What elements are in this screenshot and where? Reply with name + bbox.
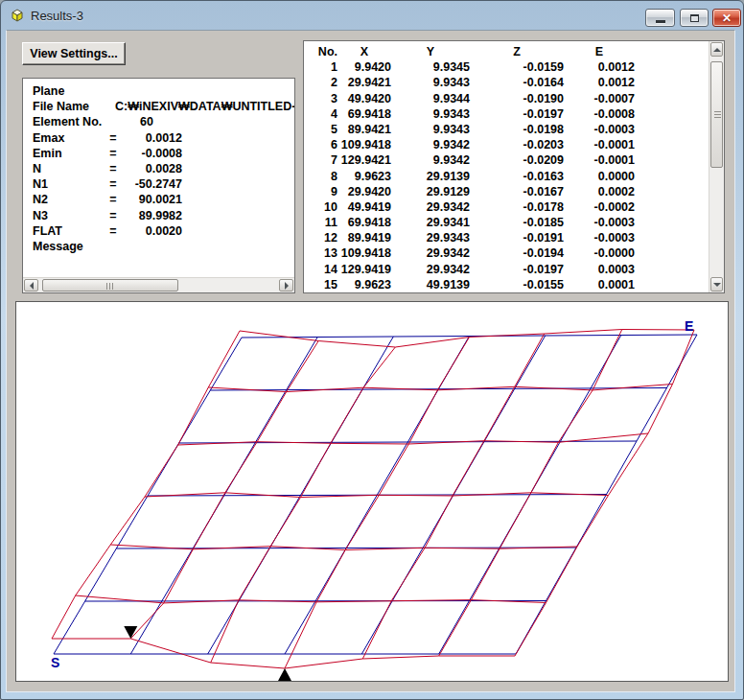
title-bar[interactable]: Results-3 bbox=[1, 1, 743, 30]
table-cell: 9.9344 bbox=[391, 91, 470, 106]
table-cell: 89.9419 bbox=[337, 230, 391, 245]
table-cell: -0.0197 bbox=[470, 106, 564, 122]
stat-line: N1=-50.2747 bbox=[33, 176, 294, 192]
table-row[interactable]: 929.942029.9129-0.01670.0002 bbox=[304, 184, 709, 199]
table-row[interactable]: 1169.941829.9341-0.0185-0.0003 bbox=[304, 215, 709, 230]
table-cell: -0.0198 bbox=[470, 122, 564, 137]
table-cell: -0.0167 bbox=[470, 184, 564, 199]
table-cell: 9.9342 bbox=[391, 137, 470, 152]
table-cell: 0.0000 bbox=[564, 169, 635, 184]
table-cell: -0.0197 bbox=[470, 262, 564, 277]
table-row[interactable]: 13109.941829.9342-0.0194-0.0000 bbox=[304, 245, 709, 261]
column-header: No. bbox=[304, 44, 337, 59]
table-row[interactable]: 14129.941929.9342-0.01970.0003 bbox=[304, 262, 709, 277]
table-cell: 0.0012 bbox=[564, 59, 635, 75]
table-row[interactable]: 349.94209.9344-0.0190-0.0007 bbox=[304, 91, 709, 106]
table-cell: -0.0203 bbox=[470, 137, 564, 152]
file-path-value: C:₩iNEXIV₩DATA₩UNTITLED- bbox=[115, 100, 294, 113]
table-cell: -0.0191 bbox=[470, 230, 564, 245]
table-cell: 6 bbox=[304, 137, 337, 152]
table-cell: 89.9421 bbox=[337, 122, 391, 137]
table-cell: 69.9418 bbox=[337, 215, 391, 230]
scroll-up-button[interactable] bbox=[710, 42, 723, 57]
table-cell: 49.9139 bbox=[391, 277, 470, 292]
scroll-left-button[interactable] bbox=[24, 279, 38, 292]
measured-grid-line bbox=[211, 347, 396, 663]
table-cell: -0.0178 bbox=[470, 199, 564, 215]
measured-grid-line bbox=[362, 334, 544, 659]
column-header: Z bbox=[470, 44, 564, 59]
table-cell: 29.9139 bbox=[391, 169, 470, 184]
table-row[interactable]: 6109.94189.9342-0.0203-0.0001 bbox=[304, 137, 709, 152]
flatness-plot-panel: SE bbox=[15, 301, 729, 682]
table-cell: -0.0003 bbox=[564, 215, 635, 230]
table-row[interactable]: 469.94189.9343-0.0197-0.0008 bbox=[304, 106, 709, 122]
scroll-left-icon bbox=[26, 282, 34, 290]
table-body: 19.94209.9345-0.01590.0012229.94219.9343… bbox=[304, 59, 709, 292]
table-row[interactable]: 1049.941929.9342-0.0178-0.0002 bbox=[304, 199, 709, 215]
info-line-plane: Plane bbox=[33, 83, 294, 99]
window-cube-icon bbox=[10, 8, 25, 23]
table-row[interactable]: 19.94209.9345-0.01590.0012 bbox=[304, 59, 709, 75]
table-cell: 29.9342 bbox=[391, 245, 470, 261]
table-cell: 109.9418 bbox=[337, 245, 391, 261]
measured-grid-line bbox=[285, 338, 470, 669]
stat-line: Emin=-0.0008 bbox=[33, 146, 294, 161]
minimize-button[interactable] bbox=[645, 9, 675, 27]
table-vertical-scrollbar[interactable] bbox=[709, 41, 724, 292]
table-cell: 1 bbox=[304, 59, 337, 75]
table-cell: 9.9420 bbox=[337, 59, 391, 75]
table-row[interactable]: 229.94219.9343-0.01640.0012 bbox=[304, 75, 709, 90]
results-table-panel: No.XYZE 19.94209.9345-0.01590.0012229.94… bbox=[303, 40, 725, 293]
table-row[interactable]: 7129.94219.9342-0.0209-0.0001 bbox=[304, 152, 709, 168]
column-header: Y bbox=[391, 44, 470, 59]
table-cell: 14 bbox=[304, 262, 337, 277]
table-cell: -0.0001 bbox=[564, 152, 635, 168]
element-no-value: 60 bbox=[140, 115, 153, 128]
stat-line: N=0.0028 bbox=[33, 161, 294, 176]
table-cell: 0.0012 bbox=[564, 75, 635, 90]
vertical-scroll-thumb[interactable] bbox=[710, 61, 723, 168]
table-cell: 29.9341 bbox=[391, 215, 470, 230]
measured-grid-line bbox=[52, 331, 240, 639]
table-cell: 0.0003 bbox=[564, 262, 635, 277]
table-row[interactable]: 89.962329.9139-0.01630.0000 bbox=[304, 169, 709, 184]
table-row[interactable]: 589.94219.9343-0.0198-0.0003 bbox=[304, 122, 709, 137]
scroll-right-icon bbox=[285, 282, 292, 290]
table-cell: 49.9419 bbox=[337, 199, 391, 215]
restore-button[interactable] bbox=[680, 9, 709, 27]
table-cell: 12 bbox=[304, 230, 337, 245]
scroll-down-button[interactable] bbox=[710, 277, 723, 292]
triangle-up-marker-icon bbox=[278, 668, 291, 681]
table-cell: -0.0164 bbox=[470, 75, 564, 90]
table-cell: 69.9418 bbox=[337, 106, 391, 122]
stat-line: Emax=0.0012 bbox=[33, 130, 294, 146]
table-cell: -0.0002 bbox=[564, 199, 635, 215]
table-cell: 4 bbox=[304, 106, 337, 122]
table-cell: -0.0185 bbox=[470, 215, 564, 230]
table-cell: 109.9418 bbox=[337, 137, 391, 152]
window-content: View Settings... Plane File NameC:₩iNEXI… bbox=[6, 30, 735, 692]
table-cell: 0.0001 bbox=[564, 277, 635, 292]
stat-line: N3=89.9982 bbox=[33, 208, 294, 223]
table-row[interactable]: 1289.941929.9343-0.0191-0.0003 bbox=[304, 230, 709, 245]
table-cell: 15 bbox=[304, 277, 337, 292]
close-button[interactable]: ✕ bbox=[712, 9, 741, 27]
table-cell: 129.9419 bbox=[337, 262, 391, 277]
table-cell: 29.9342 bbox=[391, 199, 470, 215]
triangle-down-marker-icon bbox=[124, 626, 137, 639]
measured-grid-line bbox=[240, 330, 694, 348]
table-cell: -0.0007 bbox=[564, 91, 635, 106]
view-settings-button[interactable]: View Settings... bbox=[22, 42, 126, 65]
table-cell: 5 bbox=[304, 122, 337, 137]
plane-info-text: Plane File NameC:₩iNEXIV₩DATA₩UNTITLED- … bbox=[23, 79, 294, 277]
scroll-down-icon bbox=[713, 283, 721, 291]
table-cell: 9.9345 bbox=[391, 59, 470, 75]
info-horizontal-scrollbar[interactable] bbox=[23, 277, 294, 292]
table-row[interactable]: 159.962349.9139-0.01550.0001 bbox=[304, 277, 709, 292]
table-cell: -0.0008 bbox=[564, 106, 635, 122]
scroll-right-button[interactable] bbox=[279, 279, 293, 292]
stat-line: FLAT=0.0020 bbox=[33, 223, 294, 239]
horizontal-scroll-thumb[interactable] bbox=[42, 279, 178, 292]
table-cell: -0.0159 bbox=[470, 59, 564, 75]
